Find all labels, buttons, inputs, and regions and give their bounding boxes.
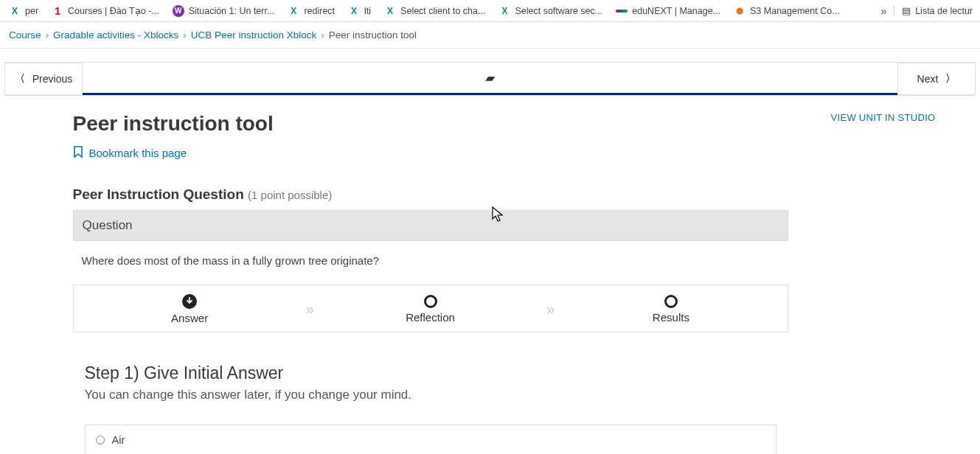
step-pending-icon [664,295,678,308]
bookmark-item[interactable]: X Select software sec... [493,2,608,20]
reading-list-label: Lista de lectur [915,6,973,16]
bookmark-page-label: Bookmark this page [89,147,187,159]
content-area: VIEW UNIT IN STUDIO Peer instruction too… [73,96,908,454]
step-label: Results [653,311,689,324]
reading-list-button[interactable]: ▤ Lista de lectur [894,5,973,16]
favicon-icon: X [384,5,396,17]
chevron-right-double-icon: » [546,301,555,318]
favicon-icon: X [348,5,360,17]
bookmark-item[interactable]: eduNEXT | Manage... [610,2,726,20]
chevron-left-icon: 〈 [15,72,25,85]
favicon-icon: X [288,5,299,17]
bookmark-item[interactable]: W Situación 1: Un terr... [167,2,281,20]
next-label: Next [917,73,939,85]
favicon-icon: ⬢ [734,5,746,17]
bookmark-label: Courses | Đào Tạo -... [68,5,159,16]
step-label: Answer [171,312,208,324]
step-answer: Answer [74,294,306,324]
breadcrumb-link[interactable]: UCB Peer instruction Xblock [191,29,316,41]
favicon-icon: 1 [52,5,63,17]
breadcrumb-link[interactable]: Gradable activities - Xblocks [53,29,178,41]
breadcrumb: Course › Gradable activities - Xblocks ›… [0,22,980,49]
bookmark-item[interactable]: X redirect [282,2,341,20]
chevron-right-icon: › [183,29,187,41]
breadcrumb-link[interactable]: Course [9,29,41,41]
bookmark-item[interactable]: 1 Courses | Đào Tạo -... [46,2,165,20]
book-icon: ▰ [484,71,496,85]
step-pending-icon [424,295,437,308]
bookmark-label: Select client to cha... [400,6,485,16]
bookmark-item[interactable]: X Select client to cha... [378,2,491,20]
bookmark-label: eduNEXT | Manage... [632,6,720,16]
chevron-right-icon: › [321,29,324,41]
question-heading-text: Peer Instruction Question [73,186,244,202]
step-reflection: Reflection [314,295,546,324]
bookmark-item[interactable]: X per [3,2,44,20]
bookmark-label: S3 Management Co... [750,6,840,16]
bookmarks-overflow: » ▤ Lista de lectur [880,5,977,17]
bookmark-item[interactable]: X lti [342,2,377,20]
bookmark-item[interactable]: ⬢ S3 Management Co... [728,2,846,20]
step1-section: Step 1) Give Initial Answer You can chan… [73,363,788,454]
chevron-right-double-icon: » [306,301,314,318]
reading-list-icon: ▤ [902,5,911,16]
bookmark-label: Situación 1: Un terr... [189,6,275,16]
step-indicator: Answer » Reflection » Results [73,284,788,332]
step1-description: You can change this answer later, if you… [85,388,776,402]
overflow-icon[interactable]: » [880,5,886,17]
step1-title: Step 1) Give Initial Answer [85,363,776,383]
breadcrumb-current: Peer instruction tool [329,29,417,41]
page-title: Peer instruction tool [73,112,908,136]
browser-bookmarks-bar: X per 1 Courses | Đào Tạo -... W Situaci… [0,0,980,22]
question-text: Where does most of the mass in a fully g… [73,254,788,284]
bookmark-label: Select software sec... [515,6,602,16]
bookmark-page-link[interactable]: Bookmark this page [73,146,908,160]
question-heading: Peer Instruction Question (1 point possi… [73,186,908,203]
chevron-right-icon: › [46,29,49,41]
sequence-tab[interactable]: ▰ [83,63,897,95]
favicon-icon [616,5,628,17]
bookmark-label: lti [364,6,371,16]
question-points: (1 point possible) [248,189,332,201]
view-in-studio-link[interactable]: VIEW UNIT IN STUDIO [831,112,936,123]
chevron-right-icon: 〉 [945,72,956,85]
question-box-label: Question [73,210,788,241]
answer-option[interactable]: Air [85,425,776,454]
previous-label: Previous [32,73,72,85]
step-label: Reflection [406,311,455,324]
next-button[interactable]: Next 〉 [897,63,976,95]
bookmark-icon [73,146,83,160]
bookmark-label: redirect [304,6,335,16]
radio-icon [96,436,105,444]
favicon-icon: X [9,5,21,17]
previous-button[interactable]: 〈 Previous [4,63,83,95]
bookmark-label: per [25,6,38,16]
answer-option-label: Air [112,434,125,446]
favicon-icon: W [173,5,184,17]
step-results: Results [555,295,787,324]
step-current-icon [182,294,197,309]
sequence-nav: 〈 Previous ▰ Next 〉 [4,62,976,96]
favicon-icon: X [498,5,510,17]
